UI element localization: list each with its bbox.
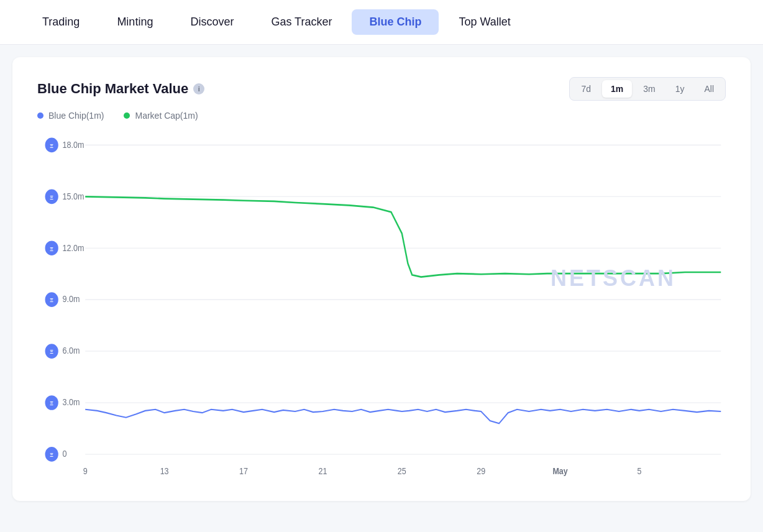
time-filter-1y[interactable]: 1y (667, 80, 693, 98)
legend-dot-blue (37, 112, 43, 119)
time-filter-3m[interactable]: 3m (634, 80, 664, 98)
svg-text:12.0m: 12.0m (63, 243, 85, 253)
nav-item-minting[interactable]: Minting (99, 9, 170, 35)
main-content: Blue Chip Market Value i 7d 1m 3m 1y All… (12, 57, 751, 501)
svg-text:5: 5 (637, 467, 642, 477)
svg-text:6.0m: 6.0m (63, 346, 80, 356)
svg-text:0: 0 (63, 449, 67, 459)
blue-chip-line (85, 410, 721, 424)
market-cap-line (85, 196, 721, 277)
chart-title: Blue Chip Market Value (37, 81, 188, 97)
chart-area: NETSCAN Ξ 18.0m Ξ 15.0m Ξ 12 (37, 133, 726, 481)
nav-item-top-wallet[interactable]: Top Wallet (441, 9, 528, 35)
svg-text:13: 13 (160, 467, 169, 477)
svg-text:17: 17 (239, 467, 248, 477)
chart-legend: Blue Chip(1m) Market Cap(1m) (37, 111, 726, 121)
nav-item-gas-tracker[interactable]: Gas Tracker (254, 9, 349, 35)
time-filter-group: 7d 1m 3m 1y All (569, 77, 726, 101)
svg-text:Ξ: Ξ (50, 400, 53, 407)
svg-text:Ξ: Ξ (50, 194, 53, 201)
svg-text:15.0m: 15.0m (63, 191, 85, 201)
svg-text:18.0m: 18.0m (63, 140, 85, 150)
svg-text:Ξ: Ξ (50, 142, 53, 149)
chart-title-container: Blue Chip Market Value i (37, 81, 204, 97)
svg-text:9.0m: 9.0m (63, 295, 80, 305)
svg-text:Ξ: Ξ (50, 349, 53, 355)
nav-item-trading[interactable]: Trading (25, 9, 97, 35)
time-filter-all[interactable]: All (695, 80, 723, 98)
legend-blue-chip: Blue Chip(1m) (37, 111, 104, 121)
svg-text:9: 9 (83, 467, 88, 477)
legend-label-market-cap: Market Cap(1m) (135, 111, 198, 121)
svg-text:Ξ: Ξ (50, 297, 53, 304)
info-icon[interactable]: i (193, 83, 204, 94)
navigation-bar: Trading Minting Discover Gas Tracker Blu… (0, 0, 763, 45)
nav-item-blue-chip[interactable]: Blue Chip (352, 9, 439, 35)
svg-text:25: 25 (398, 467, 406, 477)
svg-text:3.0m: 3.0m (63, 398, 80, 408)
svg-text:Ξ: Ξ (50, 452, 53, 459)
time-filter-1m[interactable]: 1m (602, 80, 632, 98)
svg-text:29: 29 (477, 467, 485, 477)
legend-dot-green (124, 112, 130, 119)
nav-item-discover[interactable]: Discover (173, 9, 251, 35)
svg-text:21: 21 (318, 467, 327, 477)
legend-market-cap: Market Cap(1m) (124, 111, 198, 121)
chart-svg: Ξ 18.0m Ξ 15.0m Ξ 12.0m Ξ 9.0m Ξ 6.0m Ξ … (37, 133, 726, 481)
chart-header: Blue Chip Market Value i 7d 1m 3m 1y All (37, 77, 726, 101)
legend-label-blue-chip: Blue Chip(1m) (48, 111, 104, 121)
time-filter-7d[interactable]: 7d (572, 80, 600, 98)
svg-text:Ξ: Ξ (50, 245, 53, 252)
svg-text:May: May (552, 467, 568, 477)
